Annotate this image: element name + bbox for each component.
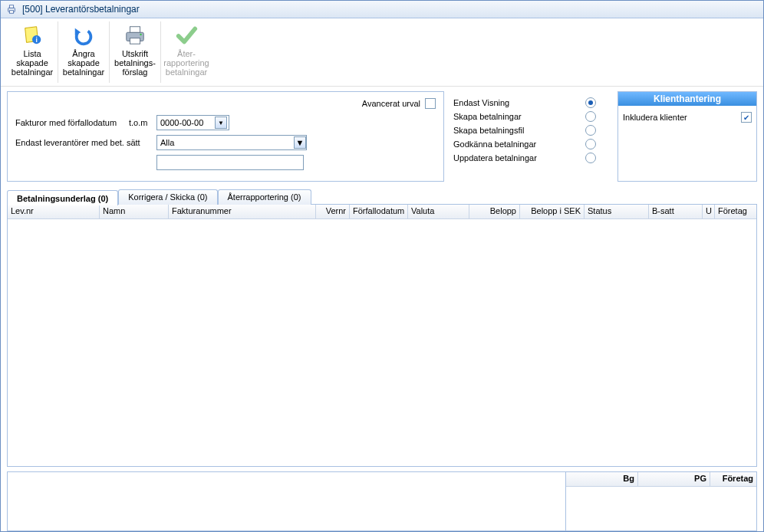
invoices-due-label: Fakturor med förfallodatum	[15, 118, 129, 127]
mode-radio-createfile[interactable]	[585, 125, 596, 136]
col-bg[interactable]: Bg	[566, 472, 638, 486]
main-grid: Lev.nr Namn Fakturanummer Vernr Förfallo…	[7, 204, 757, 467]
toolbar: i Lista skapade betalningar Ångra skapad…	[1, 18, 763, 87]
undo-arrow-icon	[71, 23, 96, 48]
advanced-selection-checkbox[interactable]	[425, 98, 436, 109]
svg-rect-1	[9, 5, 13, 8]
tabs: Betalningsunderlag (0) Korrigera / Skick…	[7, 189, 757, 205]
col-namn[interactable]: Namn	[100, 205, 169, 218]
report-back-payments-button[interactable]: Åter- rapportering betalningar	[161, 21, 212, 83]
mode-radio-update[interactable]	[585, 153, 596, 163]
mode-option-createfile[interactable]: Skapa betalningsfil	[453, 126, 585, 135]
col-pg[interactable]: PG	[638, 472, 710, 486]
suppliers-pay-method-label: Endast leverantörer med bet. sätt	[15, 138, 156, 147]
col-levnr[interactable]: Lev.nr	[8, 205, 100, 218]
bottom-summary-panel: Bg PG Företag	[566, 471, 757, 531]
svg-rect-6	[130, 27, 140, 33]
suppliers-pay-method-select[interactable]: Alla ▼	[156, 135, 307, 150]
chevron-down-icon[interactable]: ▼	[294, 136, 306, 149]
green-check-icon	[174, 23, 199, 48]
date-picker-button[interactable]: ▼	[215, 117, 227, 129]
advanced-selection-label: Avancerat urval	[362, 99, 420, 108]
grid-header-row: Lev.nr Namn Fakturanummer Vernr Förfallo…	[8, 205, 756, 219]
col-forfallodatum[interactable]: Förfallodatum	[350, 205, 408, 218]
filter-panel: Avancerat urval Fakturor med förfallodat…	[7, 91, 444, 182]
due-date-input[interactable]: ▼	[156, 115, 229, 130]
tab-reporting-back[interactable]: Återrapportering (0)	[218, 189, 311, 205]
mode-option-approve[interactable]: Godkänna betalningar	[453, 140, 585, 149]
include-clients-label: Inkludera klienter	[623, 113, 687, 122]
mode-radio-approve[interactable]	[585, 139, 596, 149]
list-created-payments-button[interactable]: i Lista skapade betalningar	[7, 21, 58, 83]
col-belopp[interactable]: Belopp	[469, 205, 520, 218]
svg-text:i: i	[35, 36, 37, 44]
grid-body[interactable]	[8, 219, 756, 466]
tom-label: t.o.m	[129, 118, 156, 127]
col-foretag-sum[interactable]: Företag	[710, 472, 756, 486]
col-status[interactable]: Status	[585, 205, 649, 218]
window-titlebar: [500] Leverantörsbetalningar	[1, 1, 763, 18]
due-date-field[interactable]	[159, 117, 214, 128]
col-u[interactable]: U	[703, 205, 715, 218]
col-foretag[interactable]: Företag	[715, 205, 756, 218]
col-belopp-sek[interactable]: Belopp i SEK	[520, 205, 585, 218]
include-clients-checkbox[interactable]: ✔	[741, 112, 752, 123]
mode-radio-group: Endast Visning Skapa betalningar Skapa b…	[453, 91, 599, 182]
svg-rect-7	[130, 38, 140, 44]
window-title: [500] Leverantörsbetalningar	[22, 4, 140, 15]
mode-radio-create[interactable]	[585, 111, 596, 122]
svg-point-8	[140, 34, 141, 35]
printer-icon	[5, 3, 18, 15]
mode-radio-view[interactable]	[585, 97, 596, 108]
undo-created-payments-button[interactable]: Ångra skapade betalningar	[58, 21, 110, 83]
col-vernr[interactable]: Vernr	[316, 205, 350, 218]
col-valuta[interactable]: Valuta	[408, 205, 469, 218]
printer-color-icon	[123, 23, 147, 48]
note-info-icon: i	[20, 23, 44, 48]
tab-payment-basis[interactable]: Betalningsunderlag (0)	[7, 190, 118, 205]
mode-option-create[interactable]: Skapa betalningar	[453, 112, 585, 121]
client-handling-header: Klienthantering	[618, 92, 756, 106]
bottom-detail-panel[interactable]	[7, 471, 566, 531]
extra-filter-field[interactable]	[156, 155, 304, 170]
col-fakturanummer[interactable]: Fakturanummer	[169, 205, 316, 218]
mode-option-update[interactable]: Uppdatera betalningar	[453, 153, 585, 163]
print-payment-proposal-button[interactable]: Utskrift betalnings- förslag	[110, 21, 161, 83]
client-handling-panel: Klienthantering Inkludera klienter ✔	[617, 91, 757, 182]
mode-option-view[interactable]: Endast Visning	[453, 98, 585, 107]
col-bsatt[interactable]: B-satt	[649, 205, 703, 218]
tab-correct-send[interactable]: Korrigera / Skicka (0)	[118, 189, 217, 205]
svg-rect-2	[9, 11, 13, 14]
